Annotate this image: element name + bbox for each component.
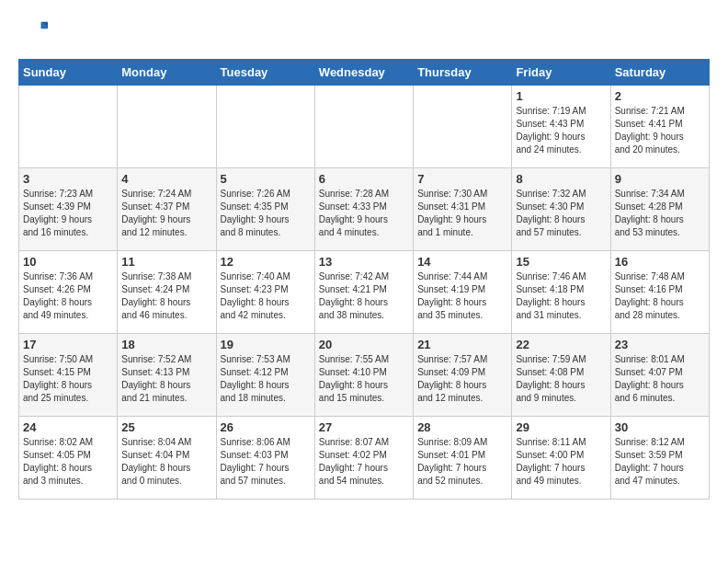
- calendar-cell: 25Sunrise: 8:04 AM Sunset: 4:04 PM Dayli…: [118, 417, 216, 500]
- calendar-cell: 10Sunrise: 7:36 AM Sunset: 4:26 PM Dayli…: [19, 251, 118, 334]
- day-number: 27: [319, 420, 409, 434]
- day-info: Sunrise: 7:23 AM Sunset: 4:39 PM Dayligh…: [23, 188, 113, 239]
- calendar-cell: 15Sunrise: 7:46 AM Sunset: 4:18 PM Dayli…: [512, 251, 610, 334]
- day-info: Sunrise: 7:32 AM Sunset: 4:30 PM Dayligh…: [516, 188, 606, 239]
- calendar-cell: 4Sunrise: 7:24 AM Sunset: 4:37 PM Daylig…: [118, 168, 216, 251]
- day-number: 20: [319, 338, 409, 351]
- logo-icon: [20, 18, 48, 46]
- day-info: Sunrise: 8:02 AM Sunset: 4:05 PM Dayligh…: [23, 436, 113, 488]
- weekday-header-friday: Friday: [512, 60, 610, 86]
- weekday-header-wednesday: Wednesday: [314, 60, 413, 86]
- day-number: 16: [615, 255, 705, 269]
- day-number: 9: [615, 172, 705, 186]
- day-info: Sunrise: 7:44 AM Sunset: 4:19 PM Dayligh…: [417, 270, 507, 322]
- calendar-cell: 8Sunrise: 7:32 AM Sunset: 4:30 PM Daylig…: [512, 168, 610, 251]
- day-number: 3: [23, 172, 113, 186]
- weekday-header-row: SundayMondayTuesdayWednesdayThursdayFrid…: [19, 60, 710, 86]
- day-info: Sunrise: 7:59 AM Sunset: 4:08 PM Dayligh…: [516, 353, 606, 405]
- page-header: [18, 18, 710, 50]
- day-number: 30: [615, 420, 705, 434]
- calendar-cell: 7Sunrise: 7:30 AM Sunset: 4:31 PM Daylig…: [414, 168, 512, 251]
- calendar-cell: [314, 86, 413, 168]
- calendar-cell: 22Sunrise: 7:59 AM Sunset: 4:08 PM Dayli…: [512, 334, 610, 417]
- day-info: Sunrise: 8:07 AM Sunset: 4:02 PM Dayligh…: [319, 436, 409, 488]
- calendar-cell: 11Sunrise: 7:38 AM Sunset: 4:24 PM Dayli…: [118, 251, 216, 334]
- day-number: 11: [121, 255, 211, 269]
- day-number: 28: [417, 420, 507, 434]
- calendar-cell: [118, 86, 216, 168]
- day-number: 10: [23, 255, 113, 269]
- calendar-cell: 6Sunrise: 7:28 AM Sunset: 4:33 PM Daylig…: [314, 168, 413, 251]
- day-info: Sunrise: 8:06 AM Sunset: 4:03 PM Dayligh…: [221, 436, 311, 488]
- day-info: Sunrise: 7:34 AM Sunset: 4:28 PM Dayligh…: [615, 188, 705, 239]
- day-number: 15: [516, 255, 606, 269]
- day-info: Sunrise: 8:04 AM Sunset: 4:04 PM Dayligh…: [121, 436, 211, 488]
- day-number: 25: [121, 420, 211, 434]
- day-number: 1: [516, 89, 606, 103]
- day-info: Sunrise: 7:30 AM Sunset: 4:31 PM Dayligh…: [417, 188, 507, 239]
- day-number: 2: [615, 89, 705, 103]
- calendar-cell: 17Sunrise: 7:50 AM Sunset: 4:15 PM Dayli…: [19, 334, 118, 417]
- calendar-cell: 18Sunrise: 7:52 AM Sunset: 4:13 PM Dayli…: [118, 334, 216, 417]
- day-number: 7: [417, 172, 507, 186]
- day-number: 17: [23, 338, 113, 351]
- day-info: Sunrise: 8:01 AM Sunset: 4:07 PM Dayligh…: [615, 353, 705, 405]
- calendar-cell: 19Sunrise: 7:53 AM Sunset: 4:12 PM Dayli…: [216, 334, 314, 417]
- day-info: Sunrise: 7:55 AM Sunset: 4:10 PM Dayligh…: [319, 353, 409, 405]
- day-number: 8: [516, 172, 606, 186]
- day-info: Sunrise: 7:42 AM Sunset: 4:21 PM Dayligh…: [319, 270, 409, 322]
- calendar-cell: 13Sunrise: 7:42 AM Sunset: 4:21 PM Dayli…: [314, 251, 413, 334]
- calendar-cell: 2Sunrise: 7:21 AM Sunset: 4:41 PM Daylig…: [610, 86, 709, 168]
- day-info: Sunrise: 7:46 AM Sunset: 4:18 PM Dayligh…: [516, 270, 606, 322]
- day-number: 21: [417, 338, 507, 351]
- day-number: 26: [221, 420, 311, 434]
- calendar-cell: 21Sunrise: 7:57 AM Sunset: 4:09 PM Dayli…: [414, 334, 512, 417]
- logo: [18, 18, 48, 50]
- day-number: 29: [516, 420, 606, 434]
- day-info: Sunrise: 7:40 AM Sunset: 4:23 PM Dayligh…: [221, 270, 311, 322]
- day-number: 19: [221, 338, 311, 351]
- day-info: Sunrise: 7:53 AM Sunset: 4:12 PM Dayligh…: [221, 353, 311, 405]
- weekday-header-monday: Monday: [118, 60, 216, 86]
- calendar-cell: 1Sunrise: 7:19 AM Sunset: 4:43 PM Daylig…: [512, 86, 610, 168]
- day-info: Sunrise: 7:57 AM Sunset: 4:09 PM Dayligh…: [417, 353, 507, 405]
- day-info: Sunrise: 7:50 AM Sunset: 4:15 PM Dayligh…: [23, 353, 113, 405]
- day-number: 13: [319, 255, 409, 269]
- calendar-cell: 20Sunrise: 7:55 AM Sunset: 4:10 PM Dayli…: [314, 334, 413, 417]
- day-info: Sunrise: 8:09 AM Sunset: 4:01 PM Dayligh…: [417, 436, 507, 488]
- weekday-header-tuesday: Tuesday: [216, 60, 314, 86]
- day-number: 18: [121, 338, 211, 351]
- day-info: Sunrise: 7:52 AM Sunset: 4:13 PM Dayligh…: [121, 353, 211, 405]
- day-info: Sunrise: 8:11 AM Sunset: 4:00 PM Dayligh…: [516, 436, 606, 488]
- day-number: 12: [221, 255, 311, 269]
- calendar-cell: 30Sunrise: 8:12 AM Sunset: 3:59 PM Dayli…: [610, 417, 709, 500]
- day-info: Sunrise: 7:21 AM Sunset: 4:41 PM Dayligh…: [615, 105, 705, 156]
- calendar-week-row: 1Sunrise: 7:19 AM Sunset: 4:43 PM Daylig…: [19, 86, 710, 168]
- calendar-cell: 27Sunrise: 8:07 AM Sunset: 4:02 PM Dayli…: [314, 417, 413, 500]
- day-number: 23: [615, 338, 705, 351]
- calendar-week-row: 24Sunrise: 8:02 AM Sunset: 4:05 PM Dayli…: [19, 417, 710, 500]
- calendar-cell: [216, 86, 314, 168]
- calendar-cell: 9Sunrise: 7:34 AM Sunset: 4:28 PM Daylig…: [610, 168, 709, 251]
- calendar-cell: [19, 86, 118, 168]
- day-info: Sunrise: 7:24 AM Sunset: 4:37 PM Dayligh…: [121, 188, 211, 239]
- calendar-cell: 24Sunrise: 8:02 AM Sunset: 4:05 PM Dayli…: [19, 417, 118, 500]
- calendar-cell: 14Sunrise: 7:44 AM Sunset: 4:19 PM Dayli…: [414, 251, 512, 334]
- calendar-cell: 26Sunrise: 8:06 AM Sunset: 4:03 PM Dayli…: [216, 417, 314, 500]
- weekday-header-thursday: Thursday: [414, 60, 512, 86]
- calendar-cell: 3Sunrise: 7:23 AM Sunset: 4:39 PM Daylig…: [19, 168, 118, 251]
- calendar-cell: 28Sunrise: 8:09 AM Sunset: 4:01 PM Dayli…: [414, 417, 512, 500]
- weekday-header-sunday: Sunday: [19, 60, 118, 86]
- day-number: 22: [516, 338, 606, 351]
- day-number: 6: [319, 172, 409, 186]
- day-info: Sunrise: 7:48 AM Sunset: 4:16 PM Dayligh…: [615, 270, 705, 322]
- calendar-table: SundayMondayTuesdayWednesdayThursdayFrid…: [18, 59, 710, 500]
- calendar-cell: 12Sunrise: 7:40 AM Sunset: 4:23 PM Dayli…: [216, 251, 314, 334]
- day-number: 24: [23, 420, 113, 434]
- calendar-cell: [414, 86, 512, 168]
- day-info: Sunrise: 7:36 AM Sunset: 4:26 PM Dayligh…: [23, 270, 113, 322]
- day-number: 5: [221, 172, 311, 186]
- calendar-cell: 29Sunrise: 8:11 AM Sunset: 4:00 PM Dayli…: [512, 417, 610, 500]
- day-number: 14: [417, 255, 507, 269]
- calendar-cell: 23Sunrise: 8:01 AM Sunset: 4:07 PM Dayli…: [610, 334, 709, 417]
